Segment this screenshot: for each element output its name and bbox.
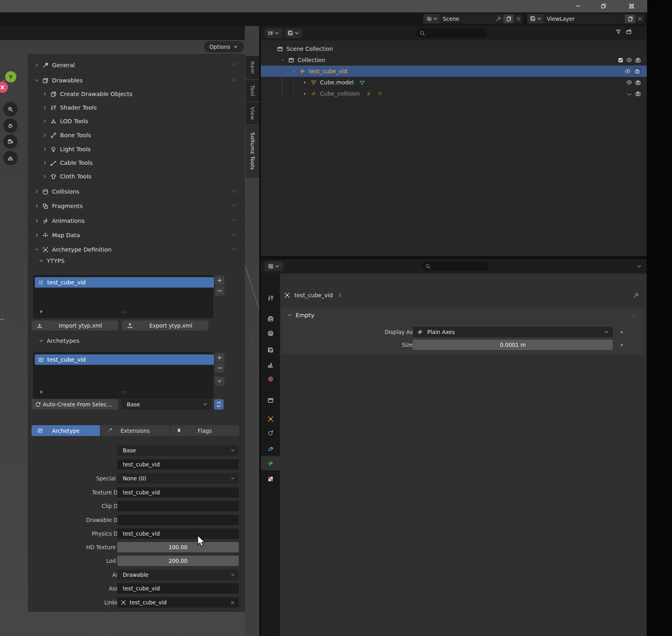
panel-drag-grip[interactable] [231, 62, 237, 69]
field-asset-name[interactable]: test_cube_vid [117, 583, 239, 594]
editor-divider[interactable] [261, 256, 647, 259]
disclosure-closed-icon[interactable] [302, 80, 308, 85]
field-linked-object[interactable]: test_cube_vid [117, 597, 239, 608]
field-drawable-dictionary[interactable] [117, 515, 239, 525]
gizmo-y-axis-ball[interactable]: Y [5, 71, 16, 82]
sidebar-panel-fragments[interactable]: Fragments [28, 200, 244, 212]
disclosure-open-icon[interactable] [290, 69, 297, 74]
sidebar-panel-light-tools[interactable]: Light Tools [28, 143, 244, 155]
tab-flags[interactable]: Flags [170, 425, 239, 436]
field-type[interactable]: Base [117, 445, 239, 456]
viewlayer-selector[interactable]: ViewLayer [527, 14, 645, 24]
ytyp-list[interactable]: test_cube_vid [33, 275, 213, 318]
outliner-row-collection[interactable]: Collection [261, 54, 647, 66]
list-resize-grip[interactable] [121, 309, 127, 315]
sidebar-panel-bone-tools[interactable]: Bone Tools [28, 129, 244, 141]
field-clip-dictionary[interactable] [117, 501, 239, 511]
sidebar-panel-lod-tools[interactable]: LOD Tools [28, 115, 244, 127]
field-hd-texture-distance[interactable]: 100.00 [117, 542, 239, 552]
viewlayer-icon-dropdown[interactable] [527, 14, 544, 24]
viewlayer-name[interactable]: ViewLayer [544, 16, 625, 22]
outliner-search-input[interactable] [416, 28, 487, 38]
display-as-dropdown[interactable]: Plain Axes [413, 327, 613, 337]
archetype-type-dropdown[interactable]: Base [121, 399, 212, 410]
properties-tab-render[interactable] [261, 312, 280, 326]
panel-drag-grip[interactable] [231, 232, 237, 239]
outliner-row-test-cube-vid[interactable]: test_cube_vid [261, 66, 647, 77]
camera-view-button[interactable] [3, 134, 18, 149]
restore-button[interactable] [598, 1, 610, 11]
panel-drag-grip[interactable] [631, 313, 638, 319]
export-ytyp-button[interactable]: Export ytyp.xml [122, 320, 208, 330]
outliner-row-scene-collection[interactable]: Scene Collection [261, 43, 647, 54]
size-field[interactable]: 0.0001 m [413, 340, 613, 350]
pan-button[interactable] [3, 118, 18, 133]
properties-options-chevron[interactable] [636, 263, 642, 270]
archetype-specials-menu[interactable] [215, 377, 224, 386]
panel-drag-grip[interactable] [231, 217, 237, 224]
breadcrumb-object-name[interactable]: test_cube_vid [294, 292, 333, 298]
tab-extensions[interactable]: Extensions [101, 425, 170, 436]
scene-name[interactable]: Scene [440, 16, 494, 22]
animate-dot[interactable] [621, 344, 623, 346]
sidebar-panel-archetype-definition[interactable]: Archetype Definition [28, 243, 244, 256]
scene-selector[interactable]: Scene [423, 14, 523, 24]
outliner-row-cube-collision[interactable]: Cube_collision [261, 88, 647, 99]
archetype-add-button[interactable] [215, 353, 224, 362]
scene-copy-button[interactable] [503, 14, 514, 23]
sidebar-panel-map-data[interactable]: Map Data [28, 229, 244, 241]
archetype-list[interactable]: test_cube_vid [33, 352, 213, 398]
disclosure-closed-icon[interactable] [302, 92, 308, 96]
sidebar-panel-cable-tools[interactable]: Cable Tools [28, 157, 244, 169]
properties-tab-object[interactable] [261, 412, 280, 426]
eye-visible-icon[interactable] [626, 57, 632, 63]
eye-visible-icon[interactable] [624, 68, 631, 74]
outliner-row-cube-model[interactable]: Cube.model [261, 77, 647, 88]
properties-tab-tool[interactable] [261, 291, 280, 305]
properties-tab-viewlayer[interactable] [261, 343, 280, 357]
panel-drag-grip[interactable] [231, 202, 237, 210]
empty-panel-header[interactable]: Empty [286, 312, 314, 318]
pin-icon[interactable] [494, 14, 503, 24]
properties-tab-collection[interactable] [261, 393, 280, 407]
properties-tab-constraints[interactable] [261, 426, 280, 440]
sidebar-panel-drawables[interactable]: Drawables [28, 74, 244, 86]
properties-search-input[interactable] [422, 262, 489, 271]
properties-tab-scene[interactable] [261, 358, 280, 372]
properties-tab-texture[interactable] [261, 472, 280, 486]
checkbox-icon[interactable] [618, 57, 624, 63]
zoom-button[interactable] [3, 102, 18, 116]
field-lod-distance[interactable]: 200.00 [117, 556, 239, 566]
field-asset-type[interactable]: Drawable [117, 570, 239, 580]
ytyp-item[interactable]: test_cube_vid [35, 277, 214, 288]
viewlayer-remove-button[interactable] [635, 14, 645, 24]
camera-render-icon[interactable] [633, 67, 641, 75]
sidebar-panel-collisions[interactable]: Collisions [28, 185, 244, 198]
outliner-filter-mode-dropdown[interactable] [285, 28, 302, 38]
field-special-attribute[interactable]: None (0) [117, 473, 239, 484]
ytyp-remove-button[interactable] [215, 286, 224, 296]
options-dropdown[interactable]: Options [204, 41, 244, 52]
sidebar-tab-tool[interactable]: Tool [246, 80, 260, 102]
sidebar-tab-item[interactable]: Item [246, 56, 260, 79]
properties-tab-objectdata[interactable] [261, 456, 280, 470]
close-window-button[interactable] [626, 1, 638, 11]
list-resize-grip[interactable] [121, 389, 127, 396]
disclosure-open-icon[interactable] [279, 58, 286, 62]
camera-render-icon[interactable] [635, 57, 641, 63]
sidebar-panel-cloth-tools[interactable]: Cloth Tools [28, 170, 244, 182]
minimize-button[interactable] [572, 1, 584, 11]
autocreate-archetype-button[interactable]: Auto-Create From Selec... [32, 399, 118, 410]
import-ytyp-button[interactable]: Import ytyp.xml [32, 320, 118, 330]
sidebar-tab-sollumz-tools[interactable]: Sollumz Tools [246, 125, 260, 178]
panel-drag-grip[interactable] [231, 77, 237, 84]
camera-render-icon[interactable] [635, 79, 641, 86]
properties-tab-output[interactable] [261, 326, 280, 340]
new-collection-icon[interactable] [626, 28, 632, 35]
sidebar-panel-shader-tools[interactable]: Shader Tools [28, 102, 244, 114]
properties-editor-type-dropdown[interactable] [265, 262, 283, 271]
camera-render-icon[interactable] [635, 90, 641, 97]
sync-archetype-button[interactable] [214, 399, 224, 410]
list-filter-toggle[interactable] [38, 389, 45, 395]
sidebar-tab-view[interactable]: View [246, 102, 260, 124]
